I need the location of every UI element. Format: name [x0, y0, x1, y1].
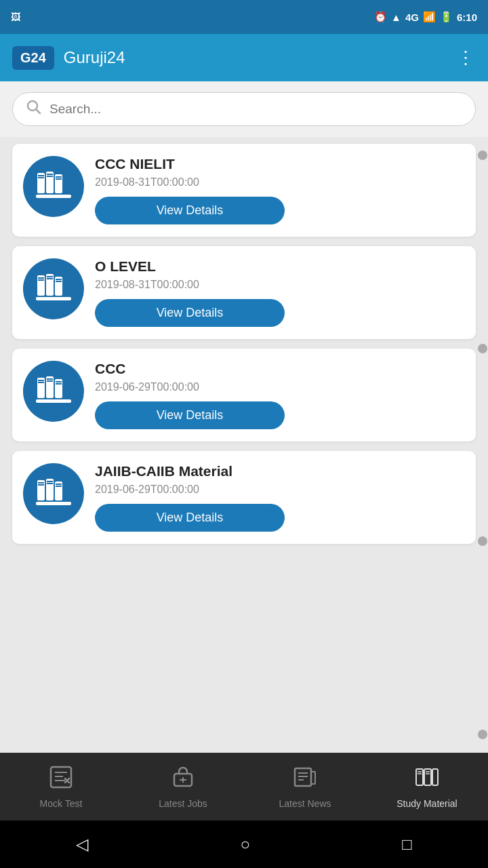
list-item: O LEVEL2019-08-31T00:00:00View Details [12, 246, 476, 339]
card-title: O LEVEL [95, 258, 465, 275]
view-details-button[interactable]: View Details [95, 401, 285, 429]
card-icon-circle [23, 156, 84, 217]
mock-test-icon [49, 765, 73, 794]
svg-rect-7 [47, 176, 53, 177]
home-button[interactable]: ○ [220, 828, 270, 861]
app-logo: G24 [12, 46, 54, 70]
alarm-icon: ⏰ [374, 11, 387, 23]
svg-rect-41 [36, 502, 71, 505]
back-button[interactable]: ◁ [56, 828, 108, 861]
nav-item-mock-test[interactable]: Mock Test [0, 765, 122, 809]
recent-button[interactable]: □ [382, 828, 432, 861]
nav-label-latest-jobs: Latest Jobs [159, 798, 207, 809]
status-left: 🖼 [11, 12, 20, 22]
search-icon [26, 100, 41, 119]
svg-line-1 [37, 110, 41, 114]
svg-rect-19 [56, 279, 62, 280]
nav-label-mock-test: Mock Test [40, 798, 83, 809]
nav-label-latest-news: Latest News [279, 798, 331, 809]
battery-icon: 🔋 [440, 11, 453, 23]
search-input[interactable] [49, 102, 462, 117]
search-container [0, 81, 488, 137]
menu-button[interactable]: ⋮ [457, 47, 476, 68]
app-title: Guruji24 [64, 48, 457, 67]
scrollbar-dot-4 [478, 730, 487, 739]
card-icon-circle [23, 258, 84, 319]
svg-rect-30 [56, 383, 62, 384]
network-label: 4G [405, 12, 419, 23]
bottom-nav: Mock Test Latest Jobs Latest News [0, 753, 488, 821]
card-content: JAIIB-CAIIB Material2019-06-29T00:00:00V… [95, 463, 465, 532]
svg-rect-6 [47, 174, 53, 175]
svg-rect-31 [36, 399, 71, 403]
svg-rect-14 [38, 279, 44, 281]
svg-rect-4 [38, 177, 44, 178]
nav-item-latest-news[interactable]: Latest News [244, 765, 366, 809]
status-right: ⏰ ▲ 4G 📶 🔋 6:10 [374, 11, 477, 23]
signal-icon: 📶 [423, 11, 436, 23]
view-details-button[interactable]: View Details [95, 299, 285, 327]
card-date: 2019-08-31T00:00:00 [95, 279, 465, 291]
svg-rect-52 [311, 772, 315, 784]
list-container: CCC NIELIT2019-08-31T00:00:00View Detail… [0, 137, 488, 753]
svg-rect-33 [38, 482, 44, 484]
svg-rect-27 [47, 380, 53, 382]
card-content: O LEVEL2019-08-31T00:00:00View Details [95, 258, 465, 327]
svg-rect-36 [47, 481, 53, 482]
card-date: 2019-08-31T00:00:00 [95, 176, 465, 189]
svg-rect-39 [56, 484, 62, 485]
list-item: JAIIB-CAIIB Material2019-06-29T00:00:00V… [12, 451, 476, 544]
svg-rect-10 [56, 178, 62, 180]
wifi-icon: ▲ [391, 12, 401, 23]
scrollbar-dot-3 [478, 536, 487, 546]
svg-rect-23 [38, 380, 44, 381]
list-item: CCC2019-06-29T00:00:00View Details [12, 349, 476, 441]
latest-jobs-icon [171, 765, 195, 794]
study-material-icon [415, 765, 439, 794]
card-date: 2019-06-29T00:00:00 [95, 381, 465, 393]
svg-rect-26 [47, 378, 53, 380]
status-bar: 🖼 ⏰ ▲ 4G 📶 🔋 6:10 [0, 0, 488, 34]
svg-rect-9 [56, 176, 62, 178]
card-icon-circle [23, 361, 84, 422]
nav-label-study-material: Study Material [396, 798, 457, 809]
svg-rect-40 [56, 486, 62, 487]
time-label: 6:10 [457, 12, 477, 23]
scrollbar-dot-1 [478, 151, 487, 160]
system-nav: ◁ ○ □ [0, 821, 488, 868]
svg-rect-37 [47, 483, 53, 484]
view-details-button[interactable]: View Details [95, 504, 285, 532]
svg-rect-34 [38, 484, 44, 486]
svg-rect-29 [56, 381, 62, 382]
svg-rect-21 [36, 297, 71, 300]
photo-icon: 🖼 [11, 12, 20, 22]
nav-item-study-material[interactable]: Study Material [366, 765, 488, 809]
svg-rect-17 [47, 278, 53, 279]
list-item: CCC NIELIT2019-08-31T00:00:00View Detail… [12, 144, 476, 237]
view-details-button[interactable]: View Details [95, 197, 285, 224]
svg-rect-16 [47, 276, 53, 277]
nav-item-latest-jobs[interactable]: Latest Jobs [122, 765, 244, 809]
card-title: CCC [95, 361, 465, 377]
card-date: 2019-06-29T00:00:00 [95, 484, 465, 496]
card-title: CCC NIELIT [95, 156, 465, 172]
card-content: CCC NIELIT2019-08-31T00:00:00View Detail… [95, 156, 465, 224]
scrollbar-track [480, 151, 485, 739]
latest-news-icon [293, 765, 317, 794]
card-content: CCC2019-06-29T00:00:00View Details [95, 361, 465, 429]
search-box [12, 92, 476, 126]
svg-rect-24 [38, 382, 44, 383]
svg-rect-58 [432, 769, 438, 785]
app-bar: G24 Guruji24 ⋮ [0, 34, 488, 81]
card-title: JAIIB-CAIIB Material [95, 463, 465, 479]
card-icon-circle [23, 463, 84, 524]
svg-rect-3 [38, 175, 44, 176]
svg-rect-13 [38, 277, 44, 279]
svg-rect-11 [36, 195, 71, 198]
svg-rect-20 [56, 281, 62, 282]
scrollbar-dot-2 [478, 344, 487, 353]
